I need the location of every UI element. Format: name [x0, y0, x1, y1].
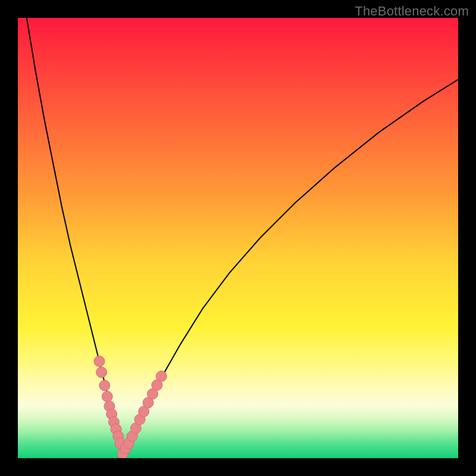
- chart-svg: [18, 18, 458, 458]
- data-point: [156, 371, 167, 381]
- data-point: [96, 367, 107, 378]
- data-point: [102, 391, 112, 402]
- plot-area: [18, 18, 458, 458]
- sample-points: [94, 356, 167, 458]
- curve-right: [123, 80, 458, 454]
- data-point: [99, 380, 110, 391]
- watermark-text: TheBottleneck.com: [355, 4, 469, 19]
- data-point: [94, 356, 105, 367]
